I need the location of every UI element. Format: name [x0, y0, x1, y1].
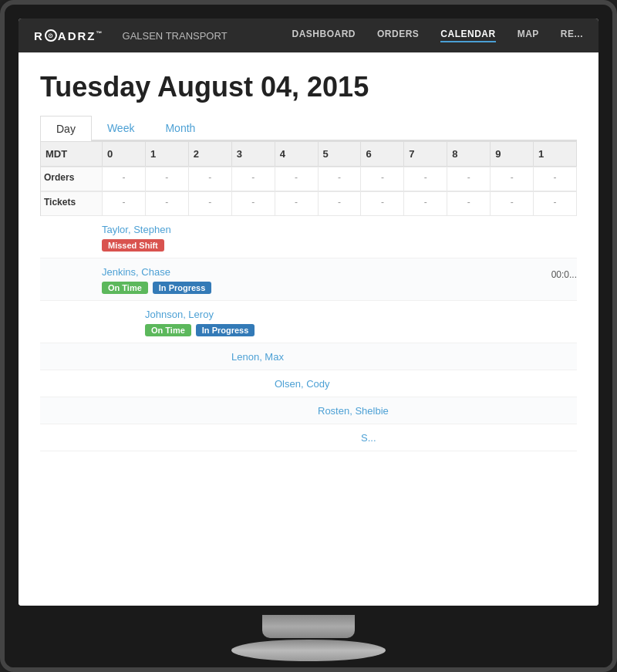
driver-content-olsen: Olsen, Cody — [102, 377, 577, 390]
tickets-cell-5: - — [319, 191, 362, 216]
driver-name-jenkins[interactable]: Jenkins, Chase — [102, 266, 170, 278]
tickets-cell-9: - — [491, 191, 534, 216]
orders-cell-2: - — [189, 167, 232, 191]
orders-cell-8: - — [447, 167, 491, 191]
tv-frame: R ⊙ ADRZ™ GALSEN TRANSPORT DASHBOARD ORD… — [0, 0, 617, 672]
orders-cell-4: - — [275, 167, 319, 191]
tickets-cell-1: - — [146, 191, 189, 216]
schedule-table-wrapper: MDT 0 1 2 3 4 5 6 7 8 9 1 Orders - - - — [40, 141, 577, 451]
nav-links: DASHBOARD ORDERS CALENDAR MAP RE... — [292, 29, 583, 42]
nav-orders[interactable]: ORDERS — [377, 29, 419, 42]
navbar: R ⊙ ADRZ™ GALSEN TRANSPORT DASHBOARD ORD… — [19, 19, 598, 52]
driver-row-rosten: Rosten, Shelbie — [40, 397, 577, 424]
tickets-cell-3: - — [232, 191, 275, 216]
driver-row-taylor: Taylor, Stephen Missed Shift — [40, 216, 577, 258]
nav-calendar[interactable]: CALENDAR — [440, 29, 495, 42]
driver-badges-johnson: On Time In Progress — [145, 324, 577, 336]
orders-cell-6: - — [361, 167, 404, 191]
time-label-jenkins: 00:0... — [551, 269, 577, 280]
tickets-cell-10: - — [534, 191, 577, 216]
driver-name-taylor[interactable]: Taylor, Stephen — [102, 224, 171, 235]
tickets-label: Tickets — [41, 191, 103, 216]
driver-row-johnson: Johnson, Leroy On Time In Progress — [40, 301, 577, 343]
header-6: 6 — [361, 141, 404, 167]
driver-name-lenon[interactable]: Lenon, Max — [231, 351, 284, 363]
logo-text: R — [34, 29, 44, 42]
badge-inprogress-jenkins: In Progress — [153, 282, 212, 294]
orders-cell-9: - — [491, 167, 534, 191]
driver-name-olsen[interactable]: Olsen, Cody — [275, 378, 330, 390]
header-mdt: MDT — [41, 141, 103, 167]
driver-row-olsen: Olsen, Cody — [40, 370, 577, 397]
tickets-cell-7: - — [404, 191, 447, 216]
driver-content-rosten: Rosten, Shelbie — [102, 404, 577, 417]
driver-content-jenkins: Jenkins, Chase On Time In Progress 00:0.… — [102, 265, 577, 294]
tickets-cell-6: - — [361, 191, 404, 216]
nav-dashboard[interactable]: DASHBOARD — [292, 29, 356, 42]
orders-cell-5: - — [319, 167, 362, 191]
badge-ontime-jenkins: On Time — [102, 282, 148, 294]
orders-cell-0: - — [103, 167, 146, 191]
tab-bar: Day Week Month — [40, 116, 577, 141]
orders-cell-10: - — [534, 167, 577, 191]
nav-map[interactable]: MAP — [518, 29, 539, 42]
driver-name-rosten[interactable]: Rosten, Shelbie — [318, 405, 389, 417]
badge-ontime-johnson: On Time — [145, 324, 191, 336]
driver-rows: Taylor, Stephen Missed Shift — [40, 216, 577, 451]
tickets-cell-4: - — [275, 191, 319, 216]
tickets-cell-2: - — [189, 191, 232, 216]
header-10: 1 — [534, 141, 577, 167]
page-title: Tuesday August 04, 2015 — [40, 71, 577, 103]
tv-stand-base — [231, 640, 386, 661]
logo-text-2: ADRZ™ — [58, 29, 104, 42]
tv-stand-neck — [262, 615, 355, 638]
driver-badges-jenkins: On Time In Progress — [102, 282, 577, 294]
header-0: 0 — [103, 141, 146, 167]
header-9: 9 — [491, 141, 534, 167]
header-1: 1 — [146, 141, 189, 167]
schedule-grid: MDT 0 1 2 3 4 5 6 7 8 9 1 Orders - - - — [40, 141, 577, 216]
tickets-cell-8: - — [447, 191, 491, 216]
driver-name-s[interactable]: S... — [361, 432, 376, 444]
logo: R ⊙ ADRZ™ — [34, 29, 104, 42]
orders-cell-1: - — [146, 167, 189, 191]
orders-cell-3: - — [232, 167, 275, 191]
tickets-cell-0: - — [103, 191, 146, 216]
orders-cell-7: - — [404, 167, 447, 191]
nav-reports[interactable]: RE... — [561, 29, 583, 42]
driver-content-johnson: Johnson, Leroy On Time In Progress — [102, 307, 577, 336]
header-3: 3 — [232, 141, 275, 167]
header-2: 2 — [189, 141, 232, 167]
header-4: 4 — [275, 141, 319, 167]
tv-stand — [5, 606, 612, 667]
logo-icon: ⊙ — [45, 29, 57, 42]
driver-content-s: S... — [102, 431, 577, 444]
driver-badges-taylor: Missed Shift — [102, 239, 577, 252]
tab-day[interactable]: Day — [40, 116, 92, 141]
driver-row-lenon: Lenon, Max — [40, 343, 577, 370]
orders-label: Orders — [41, 167, 103, 191]
badge-missed-shift: Missed Shift — [102, 239, 164, 252]
header-8: 8 — [447, 141, 491, 167]
driver-content-lenon: Lenon, Max — [102, 350, 577, 363]
tab-month[interactable]: Month — [150, 116, 211, 141]
tab-week[interactable]: Week — [92, 116, 150, 141]
company-name: GALSEN TRANSPORT — [123, 30, 228, 42]
driver-name-johnson[interactable]: Johnson, Leroy — [145, 309, 214, 320]
driver-row-jenkins: Jenkins, Chase On Time In Progress 00:0.… — [40, 258, 577, 301]
header-5: 5 — [319, 141, 362, 167]
tv-screen: R ⊙ ADRZ™ GALSEN TRANSPORT DASHBOARD ORD… — [19, 19, 598, 606]
driver-row-s: S... — [40, 424, 577, 451]
badge-inprogress-johnson: In Progress — [196, 324, 255, 336]
header-7: 7 — [404, 141, 447, 167]
main-content: Tuesday August 04, 2015 Day Week Month M… — [19, 52, 598, 606]
driver-content-taylor: Taylor, Stephen Missed Shift — [102, 222, 577, 252]
